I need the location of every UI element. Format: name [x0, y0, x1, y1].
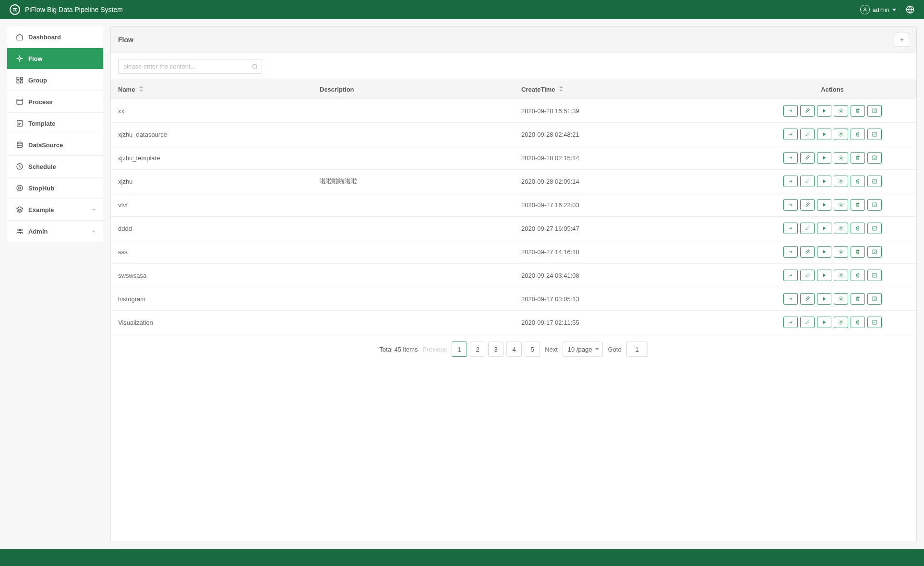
cell-createtime: 2020-09-28 02:48:21: [514, 123, 748, 146]
edit-button[interactable]: [800, 223, 815, 234]
delete-button[interactable]: [851, 293, 865, 305]
globe-icon[interactable]: [906, 5, 914, 14]
sidebar-item-dashboard[interactable]: Dashboard: [7, 26, 103, 48]
cell-description: [312, 146, 514, 170]
delete-button[interactable]: [851, 176, 865, 187]
play-button[interactable]: [817, 293, 831, 305]
debug-button[interactable]: [834, 129, 848, 140]
page-3[interactable]: 3: [488, 342, 504, 357]
delete-button[interactable]: [851, 223, 865, 234]
schedule-icon: [16, 163, 24, 170]
edit-button[interactable]: [800, 199, 815, 211]
play-button[interactable]: [817, 246, 831, 258]
debug-button[interactable]: [834, 152, 848, 164]
play-button[interactable]: [817, 176, 831, 187]
col-description[interactable]: Description: [312, 80, 514, 99]
edit-button[interactable]: [800, 105, 815, 117]
enter-button[interactable]: [783, 317, 798, 328]
download-button[interactable]: [867, 199, 882, 211]
page-2[interactable]: 2: [470, 342, 485, 357]
datasource-icon: [16, 141, 24, 149]
sidebar-item-template[interactable]: Template: [7, 113, 103, 134]
download-button[interactable]: [867, 270, 882, 281]
sidebar-item-stophub[interactable]: StopHub: [7, 177, 103, 199]
cell-description: [312, 217, 514, 240]
enter-button[interactable]: [783, 293, 798, 305]
debug-button[interactable]: [834, 317, 848, 328]
debug-button[interactable]: [834, 246, 848, 258]
enter-button[interactable]: [783, 270, 798, 281]
goto-input[interactable]: [626, 342, 648, 357]
debug-button[interactable]: [834, 270, 848, 281]
edit-button[interactable]: [800, 152, 815, 164]
sidebar-item-example[interactable]: Example: [7, 199, 103, 221]
next-button[interactable]: Next: [545, 346, 558, 353]
search-input[interactable]: [118, 59, 262, 74]
per-page-select[interactable]: 10 /page: [563, 342, 603, 357]
edit-button[interactable]: [800, 129, 815, 140]
delete-button[interactable]: [851, 270, 865, 281]
download-button[interactable]: [867, 317, 882, 328]
sidebar-item-label: Process: [28, 98, 53, 106]
download-button[interactable]: [867, 293, 882, 305]
sidebar-item-datasource[interactable]: DataSource: [7, 134, 103, 156]
debug-button[interactable]: [834, 293, 848, 305]
enter-button[interactable]: [783, 176, 798, 187]
play-button[interactable]: [817, 105, 831, 117]
debug-button[interactable]: [834, 223, 848, 234]
sidebar-item-process[interactable]: Process: [7, 91, 103, 113]
sidebar-item-schedule[interactable]: Schedule: [7, 156, 103, 177]
play-button[interactable]: [817, 317, 831, 328]
enter-button[interactable]: [783, 105, 798, 117]
debug-icon: [838, 131, 844, 137]
delete-button[interactable]: [851, 105, 865, 117]
sidebar-item-flow[interactable]: Flow: [7, 48, 103, 70]
page-5[interactable]: 5: [525, 342, 540, 357]
debug-button[interactable]: [834, 105, 848, 117]
debug-button[interactable]: [834, 199, 848, 211]
download-button[interactable]: [867, 152, 882, 164]
sidebar-item-admin[interactable]: Admin: [7, 221, 103, 242]
play-button[interactable]: [817, 270, 831, 281]
edit-button[interactable]: [800, 293, 815, 305]
play-button[interactable]: [817, 129, 831, 140]
edit-button[interactable]: [800, 270, 815, 281]
enter-button[interactable]: [783, 129, 798, 140]
prev-button[interactable]: Previous: [423, 346, 447, 353]
edit-button[interactable]: [800, 317, 815, 328]
download-button[interactable]: [867, 223, 882, 234]
cell-createtime: 2020-09-27 16:22:03: [514, 193, 748, 217]
delete-button[interactable]: [851, 317, 865, 328]
play-button[interactable]: [817, 152, 831, 164]
play-button[interactable]: [817, 199, 831, 211]
enter-button[interactable]: [783, 199, 798, 211]
download-button[interactable]: [867, 105, 882, 117]
delete-button[interactable]: [851, 246, 865, 258]
page-1[interactable]: 1: [452, 342, 467, 357]
col-createtime[interactable]: CreateTime: [514, 80, 748, 99]
user-dropdown[interactable]: admin: [860, 5, 896, 14]
enter-button[interactable]: [783, 246, 798, 258]
content: Flow Name: [110, 19, 924, 549]
download-button[interactable]: [867, 129, 882, 140]
delete-button[interactable]: [851, 152, 865, 164]
download-button[interactable]: [867, 176, 882, 187]
table-row: Visualization2020-09-17 02:11:55: [111, 311, 916, 334]
delete-button[interactable]: [851, 129, 865, 140]
enter-icon: [788, 319, 793, 325]
col-name[interactable]: Name: [111, 80, 312, 99]
chevron-down-icon: [91, 229, 96, 234]
example-icon: [16, 206, 24, 213]
download-button[interactable]: [867, 246, 882, 258]
enter-button[interactable]: [783, 223, 798, 234]
svg-rect-6: [20, 81, 23, 83]
sidebar-item-group[interactable]: Group: [7, 70, 103, 91]
debug-button[interactable]: [834, 176, 848, 187]
add-button[interactable]: [895, 33, 909, 47]
enter-button[interactable]: [783, 152, 798, 164]
delete-button[interactable]: [851, 199, 865, 211]
edit-button[interactable]: [800, 176, 815, 187]
edit-button[interactable]: [800, 246, 815, 258]
page-4[interactable]: 4: [506, 342, 522, 357]
play-button[interactable]: [817, 223, 831, 234]
